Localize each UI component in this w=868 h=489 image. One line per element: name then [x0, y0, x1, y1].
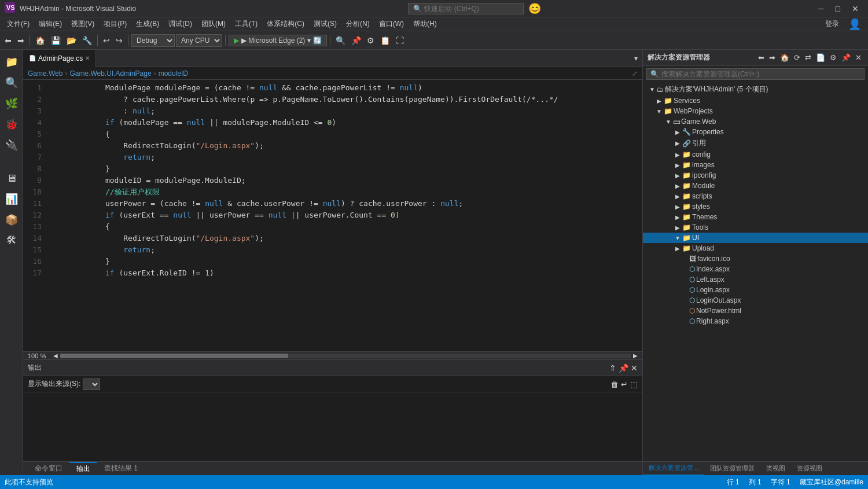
- tree-favicon[interactable]: 🖼 favicon.ico: [643, 253, 868, 264]
- sidebar-icon-explorer[interactable]: 📁: [2, 52, 21, 72]
- se-back-btn[interactable]: ⬅: [756, 52, 766, 63]
- code-editor[interactable]: ModulePage modulePage = (cache != null &…: [46, 80, 642, 351]
- tree-webprojects[interactable]: ▼ 📁 WebProjects: [643, 106, 868, 116]
- tree-solution-root[interactable]: ▼ 🗂 解决方案'WHJHAdmin' (5 个项目): [643, 83, 868, 95]
- tab-resource-view[interactable]: 资源视图: [791, 464, 828, 473]
- debug-config-select[interactable]: Debug Release: [131, 34, 175, 47]
- quick-search-box[interactable]: 🔍: [408, 3, 524, 14]
- sidebar-icon-tool2[interactable]: 📊: [2, 189, 21, 209]
- menu-window[interactable]: 窗口(W): [374, 18, 409, 30]
- tree-config[interactable]: ▶ 📁 config: [643, 149, 868, 160]
- menu-team[interactable]: 团队(M): [197, 18, 230, 30]
- toolbar-extra3[interactable]: ⚙: [365, 35, 377, 46]
- quick-search-input[interactable]: [424, 5, 517, 13]
- tree-references[interactable]: ▶ 🔗 引用: [643, 137, 868, 149]
- output-pin-button[interactable]: 📌: [619, 363, 628, 373]
- tree-services[interactable]: ▶ 📁 Services: [643, 95, 868, 106]
- tab-close-button[interactable]: ✕: [85, 55, 90, 61]
- platform-select[interactable]: Any CPU: [176, 34, 222, 47]
- scroll-left-arrow[interactable]: ◀: [53, 352, 58, 359]
- scroll-right-arrow[interactable]: ▶: [633, 352, 638, 359]
- tab-dropdown-button[interactable]: ▾: [630, 54, 642, 62]
- breadcrumb-gameweb[interactable]: Game.Web: [28, 69, 62, 78]
- tree-ui[interactable]: ▼ 📁 UI: [643, 233, 868, 243]
- se-settings-btn[interactable]: ⚙: [828, 52, 838, 63]
- solution-search-input[interactable]: [661, 70, 860, 78]
- menu-tools[interactable]: 工具(T): [230, 18, 262, 30]
- tab-output[interactable]: 输出: [69, 462, 97, 476]
- tree-images[interactable]: ▶ 📁 images: [643, 160, 868, 170]
- minimize-button[interactable]: ─: [814, 0, 829, 17]
- sidebar-icon-tool4[interactable]: 🛠: [3, 231, 20, 250]
- se-refresh-btn[interactable]: ⟳: [792, 52, 802, 63]
- menu-view[interactable]: 视图(V): [67, 18, 99, 30]
- open-button[interactable]: 📂: [64, 35, 79, 46]
- back-button[interactable]: ⬅: [2, 35, 14, 46]
- tree-notpower-html[interactable]: ⬡ NotPower.html: [643, 306, 868, 316]
- toolbar-btn3[interactable]: 🔧: [80, 35, 94, 46]
- tab-adminpage[interactable]: 📄 AdminPage.cs ✕: [23, 50, 96, 67]
- tree-styles[interactable]: ▶ 📁 styles: [643, 201, 868, 212]
- scrollbar-thumb[interactable]: [60, 354, 288, 358]
- tab-class-view[interactable]: 类视图: [760, 464, 791, 473]
- tab-find-results[interactable]: 查找结果 1: [97, 462, 145, 476]
- solution-search-box[interactable]: 🔍: [646, 68, 865, 80]
- menu-edit[interactable]: 编辑(E): [34, 18, 67, 30]
- tree-index-aspx[interactable]: ⬡ Index.aspx: [643, 264, 868, 274]
- se-close-btn[interactable]: ✕: [854, 52, 863, 63]
- forward-button[interactable]: ➡: [15, 35, 27, 46]
- menu-debug[interactable]: 调试(D): [164, 18, 197, 30]
- sidebar-icon-search[interactable]: 🔍: [2, 73, 21, 93]
- output-find-btn[interactable]: ⬚: [630, 380, 638, 389]
- tab-command-window[interactable]: 命令窗口: [28, 462, 69, 476]
- tree-scripts[interactable]: ▶ 📁 scripts: [643, 191, 868, 201]
- toolbar-extra4[interactable]: 📋: [378, 35, 392, 46]
- se-pin-btn[interactable]: 📌: [840, 52, 852, 63]
- tree-right-aspx[interactable]: ⬡ Right.aspx: [643, 316, 868, 326]
- sidebar-icon-git[interactable]: 🌿: [2, 94, 21, 113]
- menu-analyze[interactable]: 分析(N): [341, 18, 374, 30]
- home-button[interactable]: 🏠: [33, 35, 47, 46]
- tree-left-aspx[interactable]: ⬡ Left.aspx: [643, 274, 868, 285]
- tree-gameweb[interactable]: ▼ 🗃 Game.Web: [643, 116, 868, 127]
- editor-scrollbar[interactable]: 100 % ◀ ▶: [23, 351, 642, 359]
- sidebar-icon-extensions[interactable]: 🔌: [2, 135, 21, 155]
- user-avatar[interactable]: 👤: [844, 17, 866, 32]
- tab-solution-explorer[interactable]: 解决方案资源管...: [643, 462, 704, 476]
- menu-file[interactable]: 文件(F): [2, 18, 34, 30]
- toolbar-extra1[interactable]: 🔍: [333, 35, 348, 46]
- run-button[interactable]: ▶ ▶ Microsoft Edge (2) ▾ 🔄: [229, 35, 327, 46]
- code-content[interactable]: 12345 678910 1112131415 1617 ModulePage …: [23, 80, 642, 351]
- scrollbar-track[interactable]: [60, 354, 631, 358]
- output-clear-btn[interactable]: 🗑: [610, 380, 619, 389]
- tree-properties[interactable]: ▶ 🔧 Properties: [643, 127, 868, 137]
- menu-project[interactable]: 项目(P): [99, 18, 131, 30]
- tree-login-aspx[interactable]: ⬡ Login.aspx: [643, 285, 868, 295]
- tree-ipconfig[interactable]: ▶ 📁 ipconfig: [643, 170, 868, 181]
- output-up-button[interactable]: ⇑: [609, 363, 616, 373]
- login-button[interactable]: 登录: [821, 18, 844, 30]
- se-forward-btn[interactable]: ➡: [767, 52, 777, 63]
- menu-test[interactable]: 测试(S): [309, 18, 341, 30]
- output-word-wrap[interactable]: ↵: [621, 380, 628, 389]
- se-sync-btn[interactable]: ⇄: [803, 52, 813, 63]
- tree-loginout-aspx[interactable]: ⬡ LoginOut.aspx: [643, 295, 868, 306]
- se-newfile-btn[interactable]: 📄: [814, 52, 827, 63]
- output-close-btn[interactable]: ✕: [631, 363, 638, 373]
- sidebar-icon-tool1[interactable]: 🖥: [3, 169, 20, 188]
- menu-arch[interactable]: 体系结构(C): [262, 18, 309, 30]
- se-home-btn[interactable]: 🏠: [778, 52, 791, 63]
- maximize-button[interactable]: □: [831, 0, 845, 17]
- redo-button[interactable]: ↪: [113, 35, 125, 46]
- tree-upload[interactable]: ▶ 📁 Upload: [643, 243, 868, 253]
- menu-help[interactable]: 帮助(H): [409, 18, 442, 30]
- close-button[interactable]: ✕: [847, 0, 863, 17]
- sidebar-icon-debug[interactable]: 🐞: [2, 115, 21, 134]
- save-button[interactable]: 💾: [49, 35, 63, 46]
- sidebar-icon-tool3[interactable]: 📦: [2, 210, 21, 230]
- expand-icon[interactable]: ⤢: [632, 69, 638, 78]
- breadcrumb-adminpage[interactable]: Game.Web.UI.AdminPage: [69, 69, 151, 78]
- tree-module[interactable]: ▶ 📁 Module: [643, 181, 868, 191]
- menu-build[interactable]: 生成(B): [131, 18, 164, 30]
- toolbar-extra5[interactable]: ⛶: [393, 35, 406, 46]
